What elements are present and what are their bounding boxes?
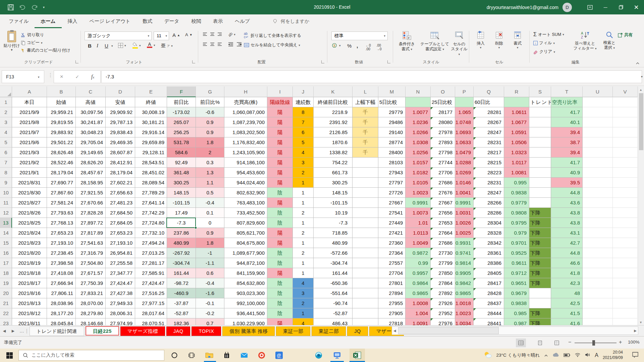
cell-V8[interactable] <box>613 168 638 178</box>
cell-Q21[interactable]: 28437 <box>474 298 504 308</box>
cell-B12[interactable]: 27,793.63 <box>47 208 76 218</box>
cell-U2[interactable] <box>583 107 613 117</box>
menu-tab[interactable]: 校閲 <box>185 14 207 28</box>
cell-S22[interactable]: 下降 <box>529 308 551 318</box>
cell-U12[interactable] <box>583 208 613 218</box>
cell-F12[interactable]: 17.49 <box>167 208 196 218</box>
cell-B4[interactable]: 29,883.92 <box>47 127 76 137</box>
cell-D10[interactable]: 27,656.63 <box>106 188 135 198</box>
cell-E3[interactable]: 30,181.21 <box>135 117 167 127</box>
cell-T14[interactable]: 43.1 <box>551 228 583 238</box>
cell-G6[interactable]: 2 <box>196 147 224 158</box>
cell-M10[interactable]: 27726 <box>378 188 406 198</box>
cell-J5[interactable]: 5 <box>293 137 314 147</box>
cell-V23[interactable] <box>613 318 638 325</box>
cell-K2[interactable]: 2218.9 <box>314 107 353 117</box>
cell-Q10[interactable]: 28247 <box>474 188 504 198</box>
cell-I2[interactable]: 陽 <box>267 107 293 117</box>
cell-J12[interactable]: 2 <box>293 208 314 218</box>
cell-O22[interactable]: 27952 <box>431 308 455 318</box>
cell-T10[interactable]: 44.8 <box>551 188 583 198</box>
cell-L6[interactable]: 千 <box>353 147 378 158</box>
cell-H22[interactable]: 936,441,500 <box>224 308 267 318</box>
cell-P9[interactable]: 1.0146 <box>455 178 474 188</box>
cell-P3[interactable]: 1.0748 <box>455 117 474 127</box>
cell-P17[interactable]: 0.9814 <box>455 258 474 268</box>
cell-J18[interactable]: 1 <box>293 268 314 278</box>
cell-T9[interactable]: 39.5 <box>551 178 583 188</box>
row-header[interactable]: 9 <box>0 178 12 188</box>
cell-N10[interactable]: 1.0023 <box>406 188 431 198</box>
cell-S14[interactable]: 下降 <box>529 228 551 238</box>
menu-tab[interactable]: ヘルプ <box>229 14 256 28</box>
cell-N9[interactable]: 1.0105 <box>406 178 431 188</box>
cell-G17[interactable]: -1.1 <box>196 258 224 268</box>
cell-Q4[interactable]: 28247 <box>474 127 504 137</box>
select-all-corner[interactable] <box>0 86 12 97</box>
cell-K21[interactable]: -90.74 <box>314 298 353 308</box>
cell-U4[interactable] <box>583 127 613 137</box>
row-header[interactable]: 14 <box>0 228 12 238</box>
cell-H11[interactable]: 763,483,100 <box>224 198 267 208</box>
cell-O13[interactable]: 27653 <box>431 218 455 228</box>
cell-N2[interactable]: 1.0077 <box>406 107 431 117</box>
cell-V6[interactable] <box>613 147 638 158</box>
cell-T20[interactable]: 48 <box>551 288 583 298</box>
cell-R9[interactable]: 0.995 <box>504 178 529 188</box>
cell-O16[interactable]: 27730 <box>431 248 455 258</box>
cell-A12[interactable]: 2021/8/26 <box>12 208 47 218</box>
redo-icon[interactable] <box>31 4 38 10</box>
cell-G22[interactable]: -0.2 <box>196 308 224 318</box>
cell-T4[interactable]: 39.4 <box>551 127 583 137</box>
cell-P4[interactable]: 1.0693 <box>455 127 474 137</box>
cell-O15[interactable]: 27686 <box>431 238 455 248</box>
cell-G15[interactable]: 1.8 <box>196 238 224 248</box>
cell-V16[interactable] <box>613 248 638 258</box>
cell-A10[interactable]: 2021/8/30 <box>12 188 47 198</box>
cell-M15[interactable]: 27360 <box>378 238 406 248</box>
cell-O4[interactable]: 27978 <box>431 127 455 137</box>
cell-styles-button[interactable]: セルのスタイル ▾ <box>451 31 468 57</box>
row-header[interactable]: 3 <box>0 117 12 127</box>
cell-E17[interactable]: 27,281.17 <box>135 258 167 268</box>
cell-C4[interactable]: 30,048.23 <box>76 127 106 137</box>
header-cell[interactable]: 終値前日比較 <box>314 97 353 107</box>
borders-button[interactable]: ▾ <box>118 43 126 48</box>
horizontal-scrollbar-thumb[interactable] <box>398 327 499 334</box>
cell-Q18[interactable]: 28405 <box>474 268 504 278</box>
cell-O18[interactable]: 27850 <box>431 268 455 278</box>
cell-N7[interactable]: 1.0157 <box>406 158 431 168</box>
cell-C17[interactable]: 27,504.80 <box>76 258 106 268</box>
cell-R14[interactable]: 0.979 <box>504 228 529 238</box>
column-header-H[interactable]: H <box>224 86 267 97</box>
account-email[interactable]: dryyourtearswithlove1@gmail.com <box>487 5 558 10</box>
cell-F22[interactable]: -52.87 <box>167 308 196 318</box>
cell-N18[interactable]: 0.9957 <box>406 268 431 278</box>
cell-Q9[interactable]: 28231 <box>474 178 504 188</box>
cell-E16[interactable]: 27,013.25 <box>135 248 167 258</box>
cell-H17[interactable]: 944,872,100 <box>224 258 267 268</box>
cell-D5[interactable]: 29,469.35 <box>106 137 135 147</box>
cell-J10[interactable]: 1 <box>293 188 314 198</box>
fill-button[interactable]: ↓ フィル ▾ <box>533 40 555 46</box>
cell-C2[interactable]: 30,097.56 <box>76 107 106 117</box>
cell-Q8[interactable]: 28223 <box>474 168 504 178</box>
menu-tab[interactable]: 挿入 <box>62 14 84 28</box>
cell-B22[interactable]: 28,177.20 <box>47 308 76 318</box>
cut-button[interactable]: 切り取り <box>21 32 44 38</box>
cell-M22[interactable]: 27905 <box>378 308 406 318</box>
cell-I18[interactable]: 陽 <box>267 268 293 278</box>
cell-E18[interactable]: 27,585.91 <box>135 268 167 278</box>
cell-E10[interactable]: 27,789.29 <box>135 188 167 198</box>
number-format-select[interactable]: 標準▾ <box>331 32 388 40</box>
cell-G14[interactable]: 0.9 <box>196 228 224 238</box>
fill-handle[interactable] <box>195 227 197 229</box>
cell-S5[interactable] <box>529 137 551 147</box>
cell-B21[interactable]: 28,038.96 <box>47 298 76 308</box>
cell-R13[interactable]: 0.9795 <box>504 218 529 228</box>
cell-M20[interactable]: 27894 <box>378 288 406 298</box>
cell-Q22[interactable]: 28444 <box>474 308 504 318</box>
horizontal-scrollbar[interactable]: ◀ ▶ <box>392 326 638 335</box>
cell-L10[interactable] <box>353 188 378 198</box>
cell-T2[interactable]: 41.7 <box>551 107 583 117</box>
